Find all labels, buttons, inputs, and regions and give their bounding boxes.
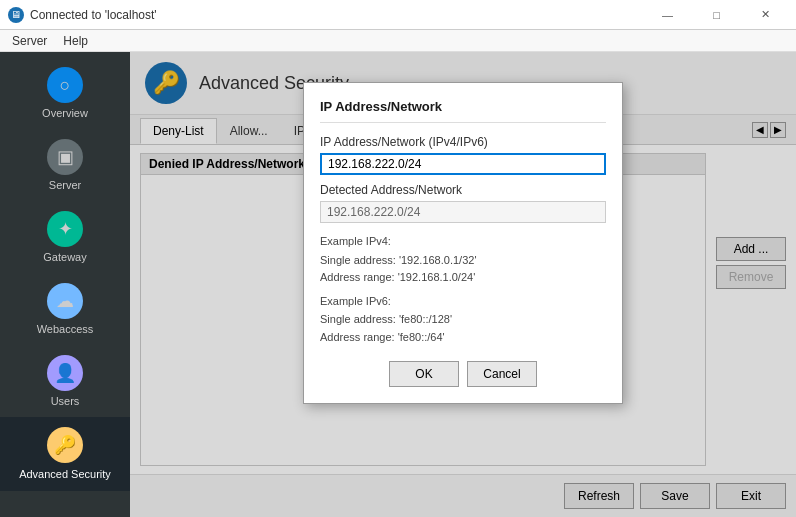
users-icon: 👤 (47, 355, 83, 391)
ipv4-single: Single address: '192.168.0.1/32' (320, 252, 606, 270)
ipv6-range: Address range: 'fe80::/64' (320, 329, 606, 347)
dialog-detected-value: 192.168.222.0/24 (320, 201, 606, 223)
dialog-ok-button[interactable]: OK (389, 361, 459, 387)
menu-server[interactable]: Server (4, 32, 55, 50)
webaccess-icon: ☁ (47, 283, 83, 319)
dialog-field-label: IP Address/Network (IPv4/IPv6) (320, 135, 606, 149)
sidebar-label-security: Advanced Security (19, 467, 111, 481)
ipv4-range: Address range: '192.168.1.0/24' (320, 269, 606, 287)
ip-address-dialog: IP Address/Network IP Address/Network (I… (303, 82, 623, 404)
sidebar-label-users: Users (51, 395, 80, 407)
ip-address-input[interactable] (320, 153, 606, 175)
titlebar-controls: — □ ✕ (645, 5, 788, 25)
sidebar-item-webaccess[interactable]: ☁ Webaccess (0, 273, 130, 345)
app-icon: 🖥 (8, 7, 24, 23)
ipv4-title: Example IPv4: (320, 233, 606, 251)
overview-icon: ○ (47, 67, 83, 103)
titlebar-title: Connected to 'localhost' (30, 8, 157, 22)
sidebar-item-gateway[interactable]: ✦ Gateway (0, 201, 130, 273)
security-icon: 🔑 (47, 427, 83, 463)
server-icon: ▣ (47, 139, 83, 175)
sidebar-label-gateway: Gateway (43, 251, 86, 263)
minimize-button[interactable]: — (645, 5, 690, 25)
ipv6-title: Example IPv6: (320, 293, 606, 311)
close-button[interactable]: ✕ (743, 5, 788, 25)
sidebar: ○ Overview ▣ Server ✦ Gateway ☁ Webacces… (0, 52, 130, 517)
dialog-cancel-button[interactable]: Cancel (467, 361, 537, 387)
main-layout: ○ Overview ▣ Server ✦ Gateway ☁ Webacces… (0, 52, 796, 517)
sidebar-label-webaccess: Webaccess (37, 323, 94, 335)
titlebar: 🖥 Connected to 'localhost' — □ ✕ (0, 0, 796, 30)
gateway-icon: ✦ (47, 211, 83, 247)
dialog-title: IP Address/Network (320, 99, 606, 123)
ipv6-single: Single address: 'fe80::/128' (320, 311, 606, 329)
sidebar-item-security[interactable]: 🔑 Advanced Security (0, 417, 130, 491)
dialog-buttons: OK Cancel (320, 361, 606, 387)
titlebar-left: 🖥 Connected to 'localhost' (8, 7, 157, 23)
dialog-detected-label: Detected Address/Network (320, 183, 606, 197)
menu-help[interactable]: Help (55, 32, 96, 50)
sidebar-item-server[interactable]: ▣ Server (0, 129, 130, 201)
dialog-overlay: IP Address/Network IP Address/Network (I… (130, 52, 796, 517)
sidebar-item-users[interactable]: 👤 Users (0, 345, 130, 417)
sidebar-label-server: Server (49, 179, 81, 191)
sidebar-label-overview: Overview (42, 107, 88, 119)
sidebar-item-overview[interactable]: ○ Overview (0, 57, 130, 129)
maximize-button[interactable]: □ (694, 5, 739, 25)
content-area: 🔑 Advanced Security Deny-List Allow... I… (130, 52, 796, 517)
dialog-examples: Example IPv4: Single address: '192.168.0… (320, 233, 606, 347)
menubar: Server Help (0, 30, 796, 52)
